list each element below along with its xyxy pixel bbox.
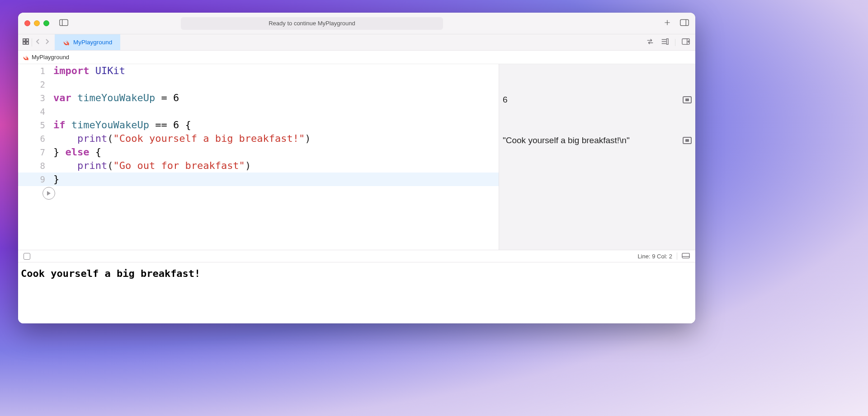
titlebar-right-tools: [663, 19, 689, 28]
console-text: Cook yourself a big breakfast!: [21, 268, 200, 279]
close-window-button[interactable]: [24, 20, 30, 26]
toggle-navigator-icon[interactable]: [59, 19, 68, 28]
breakpoint-toggle[interactable]: [24, 253, 30, 260]
code-content[interactable]: print("Cook yourself a big breakfast!"): [53, 132, 311, 145]
code-line[interactable]: 7} else {: [18, 145, 499, 159]
line-number: 6: [18, 132, 53, 145]
result-value: 6: [503, 93, 508, 107]
window-controls: [24, 20, 49, 26]
console-output[interactable]: Cook yourself a big breakfast!: [18, 262, 695, 323]
related-items-icon[interactable]: [23, 38, 29, 47]
divider: [32, 38, 32, 47]
code-line[interactable]: 8 print("Go out for breakfast"): [18, 159, 499, 173]
result-row: [499, 79, 695, 93]
code-content[interactable]: } else {: [53, 145, 101, 159]
line-number: 1: [18, 64, 53, 78]
quicklook-button[interactable]: [683, 96, 692, 103]
line-number: 3: [18, 91, 53, 105]
minimize-window-button[interactable]: [34, 20, 40, 26]
result-row: [499, 174, 695, 188]
svg-rect-7: [26, 39, 28, 41]
line-number: 9: [18, 173, 53, 186]
fullscreen-window-button[interactable]: [43, 20, 49, 26]
divider: [675, 39, 675, 46]
status-text: Ready to continue MyPlayground: [269, 20, 355, 27]
result-row: [499, 120, 695, 134]
add-editor-icon[interactable]: [682, 38, 690, 47]
code-content[interactable]: import UIKit: [53, 64, 125, 78]
breadcrumb-label: MyPlayground: [32, 54, 69, 61]
toggle-inspectors-icon[interactable]: [680, 19, 689, 28]
result-row: "Cook yourself a big breakfast!\n": [499, 134, 695, 147]
swap-editors-icon[interactable]: [646, 38, 654, 47]
code-content[interactable]: if timeYouWakeUp == 6 {: [53, 118, 191, 132]
toggle-debug-area-icon[interactable]: [682, 252, 690, 260]
svg-rect-19: [682, 253, 689, 258]
tab-bar-right: [646, 34, 695, 50]
results-sidebar: 6"Cook yourself a big breakfast!\n": [499, 64, 695, 250]
xcode-window: Ready to continue MyPlayground: [18, 13, 695, 323]
code-line[interactable]: 9}: [18, 173, 499, 186]
adjust-editor-options-icon[interactable]: [660, 38, 669, 47]
nav-back-button[interactable]: [35, 38, 41, 47]
debug-bar: Line: 9 Col: 2: [18, 250, 695, 262]
divider: [677, 252, 677, 260]
line-number: 4: [18, 105, 53, 118]
activity-status: Ready to continue MyPlayground: [181, 17, 443, 30]
result-row: 6: [499, 93, 695, 107]
swift-icon: [63, 39, 70, 46]
source-editor[interactable]: 1import UIKit23var timeYouWakeUp = 645if…: [18, 64, 499, 250]
nav-forward-button[interactable]: [44, 38, 50, 47]
svg-marker-18: [47, 191, 51, 196]
line-number: 8: [18, 159, 53, 173]
line-number: 5: [18, 118, 53, 132]
quicklook-button[interactable]: [683, 137, 692, 144]
tab-myplayground[interactable]: MyPlayground: [55, 34, 120, 50]
result-row: [499, 66, 695, 79]
code-line[interactable]: 2: [18, 78, 499, 91]
line-number: 2: [18, 78, 53, 91]
svg-rect-4: [680, 19, 689, 25]
svg-rect-13: [667, 38, 669, 44]
svg-rect-0: [60, 19, 68, 25]
tab-bar: MyPlayground: [18, 34, 695, 51]
code-line[interactable]: 5if timeYouWakeUp == 6 {: [18, 118, 499, 132]
run-playground-button[interactable]: [42, 187, 55, 200]
add-button[interactable]: [663, 19, 672, 28]
swift-icon: [23, 54, 29, 61]
code-content[interactable]: }: [53, 173, 59, 186]
code-line[interactable]: 1import UIKit: [18, 64, 499, 78]
line-number: 7: [18, 145, 53, 159]
tab-label: MyPlayground: [73, 39, 112, 46]
tab-navigation: [18, 34, 55, 50]
code-line[interactable]: 3var timeYouWakeUp = 6: [18, 91, 499, 105]
svg-rect-9: [26, 42, 28, 44]
svg-rect-6: [23, 39, 25, 41]
cursor-position: Line: 9 Col: 2: [637, 253, 672, 260]
result-value: "Cook yourself a big breakfast!\n": [503, 134, 630, 147]
code-content[interactable]: var timeYouWakeUp = 6: [53, 91, 179, 105]
code-content[interactable]: print("Go out for breakfast"): [53, 159, 251, 173]
jump-bar[interactable]: MyPlayground: [18, 51, 695, 64]
code-line[interactable]: 6 print("Cook yourself a big breakfast!"…: [18, 132, 499, 145]
result-row: [499, 147, 695, 161]
svg-rect-8: [23, 42, 25, 44]
titlebar: Ready to continue MyPlayground: [18, 13, 695, 34]
result-row: [499, 107, 695, 120]
code-line[interactable]: 4: [18, 105, 499, 118]
result-row: [499, 161, 695, 174]
editor-area: 1import UIKit23var timeYouWakeUp = 645if…: [18, 64, 695, 250]
